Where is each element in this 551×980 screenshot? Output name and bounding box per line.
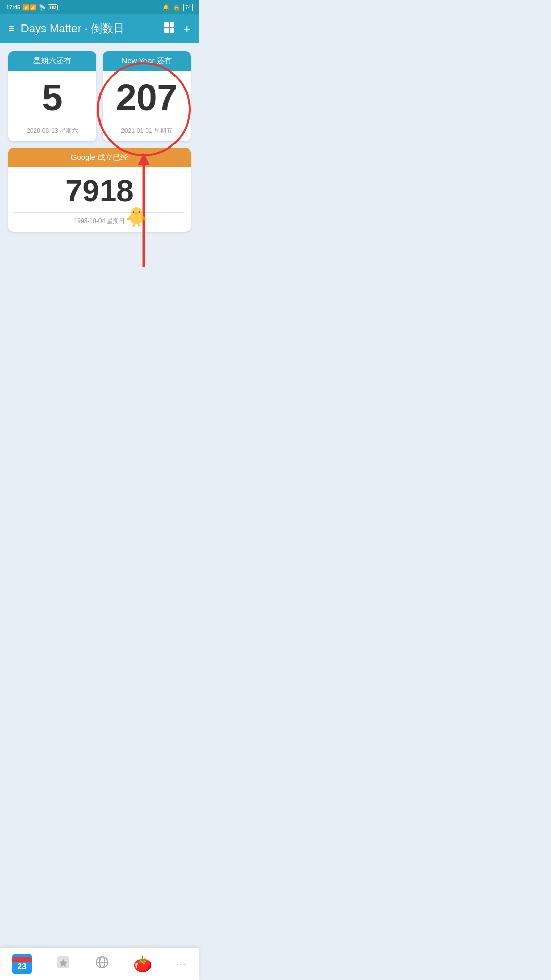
main-content: 星期六还有 5 2020-06-13 星期六 New Year 还有 207 2… [0, 43, 199, 329]
svg-rect-1 [170, 22, 174, 27]
time-display: 17:45 [6, 4, 20, 10]
google-count: 7918 [14, 176, 185, 206]
google-card[interactable]: Google 成立已经 7918 1998-10-04 星期日 [8, 148, 191, 232]
svg-rect-2 [164, 28, 169, 33]
svg-rect-0 [164, 22, 169, 27]
bell-icon: 🔔 [163, 4, 170, 11]
new-year-count: 207 [109, 79, 185, 116]
saturday-card-header: 星期六还有 [8, 51, 96, 71]
status-bar: 17:45 📶📶 📡 HD 🔔 🔒 74 [0, 0, 199, 14]
google-card-body: 7918 1998-10-04 星期日 [8, 167, 191, 232]
app-title: Days Matter · 倒数日 [21, 21, 164, 36]
hd-badge: HD [48, 4, 58, 10]
cards-grid: 星期六还有 5 2020-06-13 星期六 New Year 还有 207 2… [8, 51, 191, 141]
new-year-card[interactable]: New Year 还有 207 2021-01-01 星期五 [103, 51, 191, 141]
mascot-decoration: 🐥 [125, 206, 148, 228]
saturday-count: 5 [14, 79, 90, 116]
lock-icon: 🔒 [173, 4, 180, 11]
wifi-icon: 📡 [39, 4, 46, 11]
add-button[interactable]: + [183, 21, 191, 37]
google-date: 1998-10-04 星期日 [14, 217, 185, 226]
new-year-card-header: New Year 还有 [103, 51, 191, 71]
new-year-date: 2021-01-01 星期五 [109, 127, 185, 135]
status-right: 🔔 🔒 74 [163, 4, 193, 11]
status-left: 17:45 📶📶 📡 HD [6, 4, 58, 11]
saturday-date: 2020-06-13 星期六 [14, 127, 90, 135]
saturday-card[interactable]: 星期六还有 5 2020-06-13 星期六 [8, 51, 96, 141]
signal-icons: 📶📶 [22, 4, 37, 11]
menu-button[interactable]: ≡ [8, 22, 15, 35]
toolbar: ≡ Days Matter · 倒数日 + [0, 14, 199, 43]
grid-view-button[interactable] [164, 22, 175, 36]
battery-indicator: 74 [183, 4, 193, 11]
svg-rect-3 [170, 28, 174, 33]
google-card-header: Google 成立已经 [8, 148, 191, 167]
saturday-card-body: 5 2020-06-13 星期六 [8, 71, 96, 141]
new-year-card-body: 207 2021-01-01 星期五 [103, 71, 191, 141]
